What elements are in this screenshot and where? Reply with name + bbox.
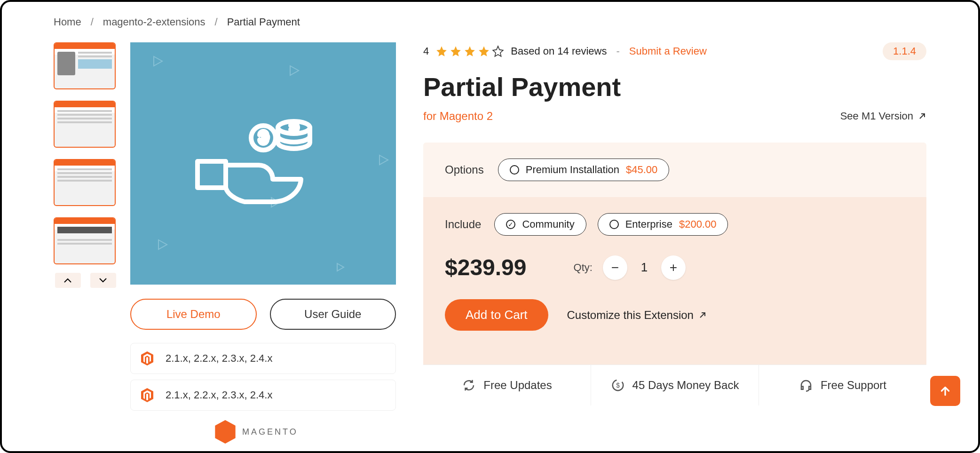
product-title: Partial Payment <box>423 72 926 102</box>
star-icon <box>450 45 462 57</box>
see-m1-link[interactable]: See M1 Version <box>840 110 926 122</box>
breadcrumb-home[interactable]: Home <box>54 16 81 28</box>
thumbnail-1[interactable] <box>54 42 116 89</box>
breadcrumb-category[interactable]: magento-2-extensions <box>103 16 205 28</box>
thumbnail-4[interactable] <box>54 217 116 264</box>
feature-label: 45 Days Money Back <box>632 379 739 392</box>
qty-decrease-button[interactable]: − <box>603 255 627 280</box>
chevron-down-icon <box>99 278 107 283</box>
headset-icon <box>799 378 813 392</box>
option-premium-installation[interactable]: Premium Installation $45.00 <box>498 159 670 181</box>
thumbnail-column <box>54 42 117 444</box>
include-enterprise-price: $200.00 <box>679 218 717 230</box>
include-label: Include <box>445 218 481 231</box>
qty-increase-button[interactable]: + <box>661 255 686 280</box>
option-label: Premium Installation <box>526 164 619 176</box>
magento-logo-row: MAGENTO <box>130 420 396 444</box>
breadcrumb-current: Partial Payment <box>227 16 300 28</box>
external-arrow-icon <box>698 311 707 319</box>
breadcrumb-sep: / <box>215 16 218 28</box>
include-enterprise[interactable]: Enterprise $200.00 <box>598 213 728 236</box>
money-back-icon: $ <box>611 378 625 392</box>
include-community[interactable]: Community <box>494 213 586 236</box>
submit-review-link[interactable]: Submit a Review <box>629 45 707 57</box>
svg-rect-2 <box>198 161 226 188</box>
radio-unchecked-icon <box>609 220 619 229</box>
star-outline-icon <box>492 45 504 57</box>
magento-logo-text: MAGENTO <box>242 427 298 437</box>
reviews-count: Based on 14 reviews <box>511 45 607 57</box>
qty-label: Qty: <box>574 262 593 274</box>
rating-stars <box>435 45 504 57</box>
options-box: Options Premium Installation $45.00 <box>423 143 926 197</box>
feature-free-support: Free Support <box>759 365 926 405</box>
feature-free-updates: Free Updates <box>423 365 591 405</box>
include-enterprise-label: Enterprise <box>625 218 672 230</box>
feature-money-back: $ 45 Days Money Back <box>591 365 759 405</box>
compat-text: 2.1.x, 2.2.x, 2.3.x, 2.4.x <box>166 352 272 365</box>
magento-icon <box>141 388 153 402</box>
compat-card-2: 2.1.x, 2.2.x, 2.3.x, 2.4.x <box>130 380 396 411</box>
hand-coins-icon <box>193 110 334 218</box>
qty-value: 1 <box>638 260 651 275</box>
magento-logo-icon <box>215 420 236 444</box>
star-icon <box>435 45 448 57</box>
thumbnail-3[interactable] <box>54 159 116 206</box>
breadcrumb-sep: / <box>91 16 94 28</box>
version-badge: 1.1.4 <box>883 42 926 60</box>
thumbnail-2[interactable] <box>54 101 116 148</box>
thumbnail-nav <box>54 273 117 288</box>
breadcrumb: Home / magento-2-extensions / Partial Pa… <box>54 16 926 28</box>
separator: - <box>616 45 619 57</box>
add-to-cart-button[interactable]: Add to Cart <box>445 299 548 331</box>
star-icon <box>478 45 490 57</box>
feature-label: Free Support <box>821 379 886 392</box>
quantity-stepper: Qty: − 1 + <box>574 255 686 280</box>
customize-label: Customize this Extension <box>567 309 694 322</box>
magento-icon <box>141 351 153 366</box>
compat-text: 2.1.x, 2.2.x, 2.3.x, 2.4.x <box>166 389 272 401</box>
main-image-column: Live Demo User Guide 2.1.x, 2.2.x, 2.3.x… <box>130 42 396 444</box>
compat-card-1: 2.1.x, 2.2.x, 2.3.x, 2.4.x <box>130 343 396 374</box>
include-community-label: Community <box>522 218 574 230</box>
features-row: Free Updates $ 45 Days Money Back Free S… <box>423 365 926 405</box>
external-arrow-icon <box>918 112 926 120</box>
options-label: Options <box>445 163 484 176</box>
chevron-up-icon <box>64 278 71 283</box>
radio-unchecked-icon <box>510 165 519 175</box>
scroll-to-top-button[interactable] <box>930 376 960 406</box>
arrow-up-icon <box>939 385 951 397</box>
user-guide-button[interactable]: User Guide <box>270 299 396 330</box>
product-main-image <box>130 42 396 285</box>
svg-text:$: $ <box>616 382 620 389</box>
refresh-icon <box>462 378 476 392</box>
feature-label: Free Updates <box>483 379 552 392</box>
include-box: Include Community Enterprise $200.00 $23… <box>423 197 926 365</box>
thumbnail-prev-button[interactable] <box>55 273 81 288</box>
rating-row: 4 Based on 14 reviews - Submit a Review … <box>423 42 926 60</box>
live-demo-button[interactable]: Live Demo <box>130 299 257 330</box>
product-subtitle: for Magento 2 <box>423 110 493 123</box>
option-price: $45.00 <box>626 164 657 176</box>
see-m1-label: See M1 Version <box>840 110 913 122</box>
product-details: 4 Based on 14 reviews - Submit a Review … <box>409 42 926 444</box>
product-price: $239.99 <box>445 254 527 280</box>
rating-value: 4 <box>423 45 429 57</box>
star-icon <box>464 45 476 57</box>
thumbnail-next-button[interactable] <box>90 273 116 288</box>
radio-checked-icon <box>506 220 515 229</box>
customize-extension-link[interactable]: Customize this Extension <box>567 309 707 322</box>
